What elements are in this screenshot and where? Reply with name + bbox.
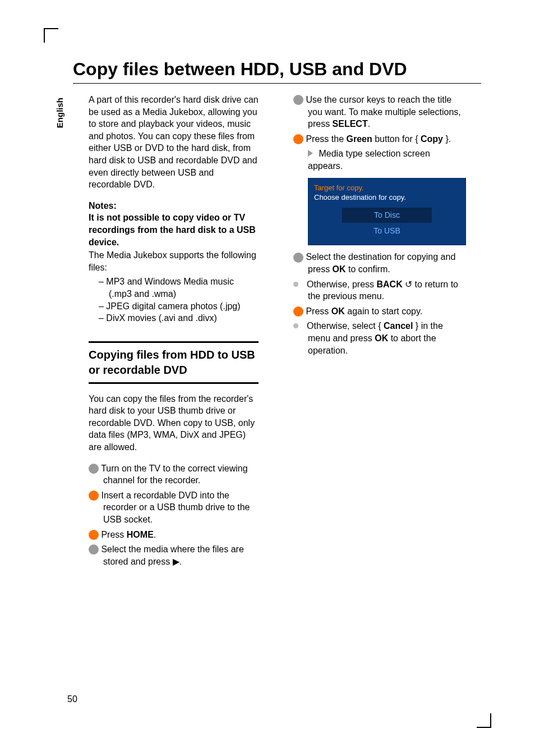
list-item: JPEG digital camera photos (.jpg) bbox=[99, 300, 259, 313]
notes-warning: It is not possible to copy video or TV r… bbox=[89, 213, 256, 246]
step-text: }. bbox=[443, 134, 451, 144]
step-number-icon: 8 bbox=[293, 306, 303, 317]
step-text: button for { bbox=[372, 134, 421, 144]
body-columns: A part of this recorder's hard disk driv… bbox=[89, 94, 479, 570]
bullet-icon bbox=[293, 323, 298, 328]
step-3: 3 Press HOME. bbox=[89, 529, 259, 541]
section-heading: Copying files from HDD to USB or recorda… bbox=[89, 347, 259, 378]
step-1: 1 Turn on the TV to the correct viewing … bbox=[89, 462, 259, 487]
select-label: SELECT bbox=[333, 119, 368, 129]
arrow-icon bbox=[308, 150, 313, 157]
step-7: 7 Select the destination for copying and… bbox=[293, 251, 463, 275]
page-number: 50 bbox=[67, 694, 77, 704]
result-text: Media type selection screen appears. bbox=[308, 149, 430, 171]
step-text: Turn on the TV to the correct viewing ch… bbox=[99, 464, 248, 485]
step-4: 4 Select the media where the files are s… bbox=[89, 543, 259, 567]
step-number-icon: 2 bbox=[89, 491, 99, 501]
ok-label: OK bbox=[331, 306, 345, 316]
alt-back: Otherwise, press BACK ↺ to return to the… bbox=[293, 278, 463, 303]
step-text: Otherwise, press bbox=[307, 280, 376, 289]
crop-mark-tl bbox=[44, 28, 58, 43]
target-dialog: Target for copy. Choose destination for … bbox=[308, 178, 466, 246]
step-text: Press bbox=[303, 306, 331, 316]
supports-text: The Media Jukebox supports the following… bbox=[89, 250, 256, 272]
step-text: Press bbox=[99, 530, 127, 539]
step-text: Use the cursor keys to reach the title y… bbox=[303, 95, 461, 129]
green-label: Green bbox=[346, 134, 372, 144]
right-column: 5 Use the cursor keys to reach the title… bbox=[293, 94, 463, 570]
document-page: English Copy files between HDD, USB and … bbox=[0, 0, 535, 756]
section-intro: You can copy the files from the recorder… bbox=[89, 393, 259, 453]
step-number-icon: 4 bbox=[89, 544, 99, 555]
bullet-icon bbox=[293, 282, 298, 287]
dialog-option-disc[interactable]: To Disc bbox=[342, 207, 432, 223]
cancel-label: Cancel bbox=[384, 321, 413, 331]
ok-label: OK bbox=[333, 264, 346, 274]
crop-mark-br bbox=[477, 713, 491, 728]
step-number-icon: 1 bbox=[89, 464, 99, 474]
step-text: Press the bbox=[303, 134, 346, 144]
step-text: again to start copy. bbox=[345, 306, 422, 316]
step-number-icon: 3 bbox=[89, 530, 99, 540]
step-text: Insert a recordable DVD into the recorde… bbox=[99, 491, 250, 524]
left-column: A part of this recorder's hard disk driv… bbox=[89, 94, 259, 570]
step-6: 6 Press the Green button for { Copy }. bbox=[293, 133, 463, 145]
step-8: 8 Press OK again to start copy. bbox=[293, 305, 463, 318]
language-tab: English bbox=[55, 98, 73, 128]
list-item: DivX movies (.avi and .divx) bbox=[99, 312, 259, 324]
section-rule-top bbox=[89, 341, 259, 343]
step-2: 2 Insert a recordable DVD into the recor… bbox=[89, 489, 259, 526]
alt-cancel: Otherwise, select { Cancel } in the menu… bbox=[293, 320, 463, 356]
page-title: Copy files between HDD, USB and DVD bbox=[73, 59, 481, 84]
list-item: MP3 and Windows Media music (.mp3 and .w… bbox=[99, 276, 259, 300]
home-label: HOME bbox=[127, 530, 154, 539]
ok-label: OK bbox=[375, 333, 388, 343]
back-icon: ↺ bbox=[403, 280, 412, 289]
copy-label: Copy bbox=[421, 134, 443, 144]
step-number-icon: 6 bbox=[293, 134, 303, 144]
step-5: 5 Use the cursor keys to reach the title… bbox=[293, 94, 463, 130]
notes-block: Notes: It is not possible to copy video … bbox=[89, 200, 259, 248]
play-icon: ▶ bbox=[173, 557, 179, 566]
step-text: to confirm. bbox=[346, 264, 390, 274]
step-text: Select the media where the files are sto… bbox=[99, 544, 244, 566]
dialog-option-usb[interactable]: To USB bbox=[342, 223, 432, 239]
back-label: BACK bbox=[376, 280, 402, 289]
dialog-title: Target for copy. bbox=[314, 183, 460, 193]
step-number-icon: 5 bbox=[293, 95, 303, 105]
section-rule-bottom bbox=[89, 382, 259, 384]
step-text: Otherwise, select { bbox=[307, 321, 384, 331]
notes-label: Notes: bbox=[89, 201, 117, 210]
step-6-result: Media type selection screen appears. bbox=[293, 148, 463, 172]
intro-paragraph: A part of this recorder's hard disk driv… bbox=[89, 94, 259, 191]
step-number-icon: 7 bbox=[293, 253, 303, 263]
dialog-subtitle: Choose destination for copy. bbox=[314, 193, 460, 203]
file-types-list: MP3 and Windows Media music (.mp3 and .w… bbox=[89, 276, 259, 324]
